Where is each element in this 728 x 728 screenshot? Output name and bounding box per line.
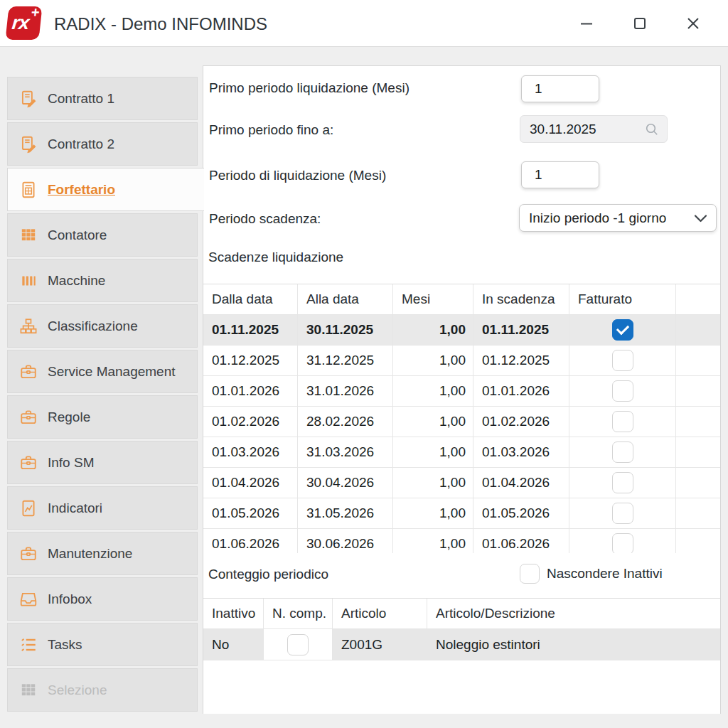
- fatturato-checkbox[interactable]: [612, 472, 633, 493]
- search-icon: [644, 122, 660, 137]
- scadenze-table-header: Dalla data Alla data Mesi In scadenza Fa…: [203, 284, 720, 315]
- logo-text: rx: [11, 12, 30, 34]
- primo-periodo-fino-a-input[interactable]: 30.11.2025: [520, 115, 668, 143]
- cell-mesi: 1,00: [393, 468, 473, 498]
- sidebar-item-label: Selezione: [48, 682, 107, 698]
- field-label-primo-periodo-liquidazione: Primo periodo liquidazione (Mesi): [209, 80, 410, 96]
- fatturato-checkbox[interactable]: [612, 350, 633, 371]
- date-value: 30.11.2025: [530, 122, 644, 137]
- briefcase-icon: [19, 454, 38, 472]
- sidebar-item-label: Tasks: [48, 637, 82, 653]
- cell-in-scadenza: 01.12.2025: [473, 346, 569, 376]
- cell-dalla-data: 01.01.2026: [203, 376, 298, 407]
- table-row[interactable]: No Z001G Noleggio estintori: [203, 629, 720, 660]
- column-header-n-comp[interactable]: N. comp.: [264, 599, 333, 629]
- cell-mesi: 1,00: [393, 346, 473, 376]
- sidebar-item-tasks[interactable]: Tasks: [7, 623, 198, 666]
- close-button[interactable]: [682, 13, 704, 34]
- sidebar-item-infobox[interactable]: Infobox: [7, 577, 198, 621]
- cell-dalla-data: 01.03.2026: [203, 437, 298, 468]
- periodo-scadenza-select[interactable]: Inizio periodo -1 giorno: [519, 204, 717, 232]
- column-header-alla-data[interactable]: Alla data: [298, 284, 393, 315]
- chart-doc-icon: [19, 499, 38, 518]
- primo-periodo-liquidazione-input[interactable]: [521, 75, 599, 102]
- minimize-button[interactable]: [576, 13, 597, 34]
- column-header-dalla-data[interactable]: Dalla data: [203, 284, 298, 315]
- grid-icon: [19, 681, 38, 700]
- sitemap-icon: [19, 317, 38, 336]
- bars-icon: [19, 272, 38, 290]
- chevron-down-icon: [694, 213, 707, 223]
- table-row[interactable]: 01.05.2026 31.05.2026 1,00 01.05.2026: [203, 498, 720, 529]
- column-header-filler: [676, 284, 720, 315]
- column-header-in-scadenza[interactable]: In scadenza: [473, 284, 569, 315]
- sidebar-item-macchine[interactable]: Macchine: [7, 259, 198, 302]
- fatturato-checkbox[interactable]: [612, 380, 633, 402]
- sidebar-item-contratto-1[interactable]: Contratto 1: [7, 77, 198, 120]
- conteggio-table: Inattivo N. comp. Articolo Articolo/Desc…: [203, 598, 720, 714]
- sidebar-item-regole[interactable]: Regole: [7, 395, 198, 439]
- sidebar-item-forfettario[interactable]: Forfettario: [7, 168, 204, 211]
- column-header-articolo-descrizione[interactable]: Articolo/Descrizione: [427, 599, 720, 629]
- cell-dalla-data: 01.12.2025: [203, 346, 298, 376]
- cell-dalla-data: 01.11.2025: [203, 315, 298, 346]
- sidebar-item-label: Infobox: [48, 592, 92, 607]
- field-label-periodo-scadenza: Periodo scadenza:: [209, 211, 321, 227]
- cell-mesi: 1,00: [393, 529, 473, 553]
- logo-plus: +: [31, 4, 41, 21]
- cell-dalla-data: 01.04.2026: [203, 468, 298, 498]
- document-edit-icon: [19, 135, 38, 154]
- table-row[interactable]: 01.12.2025 31.12.2025 1,00 01.12.2025: [203, 346, 720, 376]
- close-icon: [684, 14, 702, 33]
- fatturato-checkbox[interactable]: [612, 533, 633, 553]
- sidebar-item-indicatori[interactable]: Indicatori: [7, 486, 198, 530]
- cell-in-scadenza: 01.02.2026: [473, 407, 569, 437]
- sidebar-item-contatore[interactable]: Contatore: [7, 213, 198, 257]
- cell-alla-data: 30.11.2025: [298, 315, 393, 346]
- cell-alla-data: 31.03.2026: [298, 437, 393, 468]
- sidebar-item-contratto-2[interactable]: Contratto 2: [7, 122, 198, 166]
- sidebar-item-classificazione[interactable]: Classificazione: [7, 304, 198, 348]
- column-header-inattivo[interactable]: Inattivo: [203, 599, 264, 629]
- date-lookup-button[interactable]: [644, 122, 660, 137]
- sidebar-item-service-management[interactable]: Service Management: [7, 350, 198, 393]
- sidebar-item-label: Contatore: [48, 228, 107, 243]
- table-row[interactable]: 01.11.2025 30.11.2025 1,00 01.11.2025: [203, 315, 720, 346]
- maximize-button[interactable]: [629, 13, 651, 34]
- sidebar-item-label: Indicatori: [48, 500, 102, 516]
- table-row[interactable]: 01.02.2026 28.02.2026 1,00 01.02.2026: [203, 407, 720, 437]
- cell-in-scadenza: 01.04.2026: [473, 468, 569, 498]
- cell-alla-data: 30.06.2026: [298, 529, 393, 553]
- column-header-fatturato[interactable]: Fatturato: [569, 284, 676, 315]
- cell-mesi: 1,00: [393, 407, 473, 437]
- scadenze-table: Dalla data Alla data Mesi In scadenza Fa…: [203, 284, 720, 553]
- sidebar-item-manutenzione[interactable]: Manutenzione: [7, 532, 198, 575]
- fatturato-checkbox[interactable]: [612, 411, 633, 432]
- fatturato-checkbox[interactable]: [612, 441, 633, 463]
- cell-mesi: 1,00: [393, 315, 473, 346]
- table-row[interactable]: 01.06.2026 30.06.2026 1,00 01.06.2026: [203, 529, 720, 553]
- fatturato-checkbox[interactable]: [612, 319, 633, 341]
- column-header-mesi[interactable]: Mesi: [393, 284, 473, 315]
- column-header-articolo[interactable]: Articolo: [333, 599, 427, 629]
- periodo-di-liquidazione-input[interactable]: [521, 161, 599, 188]
- table-row[interactable]: 01.03.2026 31.03.2026 1,00 01.03.2026: [203, 437, 720, 468]
- nascondere-inattivi-checkbox[interactable]: [520, 564, 540, 584]
- sidebar-item-info-sm[interactable]: Info SM: [7, 441, 198, 484]
- cell-alla-data: 31.05.2026: [298, 498, 393, 529]
- selected-option: Inizio periodo -1 giorno: [529, 210, 694, 226]
- fatturato-checkbox[interactable]: [612, 503, 633, 524]
- cell-in-scadenza: 01.03.2026: [473, 437, 569, 468]
- sidebar-item-label: Macchine: [48, 273, 105, 289]
- cell-in-scadenza: 01.11.2025: [473, 315, 569, 346]
- sidebar-tabs: Contratto 1 Contratto 2 Forfettario Cont…: [7, 77, 198, 714]
- cell-alla-data: 30.04.2026: [298, 468, 393, 498]
- cell-alla-data: 31.01.2026: [298, 376, 393, 407]
- sidebar-item-selezione[interactable]: Selezione: [7, 668, 198, 712]
- conteggio-table-header: Inattivo N. comp. Articolo Articolo/Desc…: [203, 599, 720, 629]
- table-row[interactable]: 01.01.2026 31.01.2026 1,00 01.01.2026: [203, 376, 720, 407]
- window-title: RADIX - Demo INFOMINDS: [54, 14, 267, 34]
- n-comp-checkbox[interactable]: [287, 634, 309, 655]
- sidebar-item-label: Contratto 2: [48, 136, 114, 152]
- table-row[interactable]: 01.04.2026 30.04.2026 1,00 01.04.2026: [203, 468, 720, 498]
